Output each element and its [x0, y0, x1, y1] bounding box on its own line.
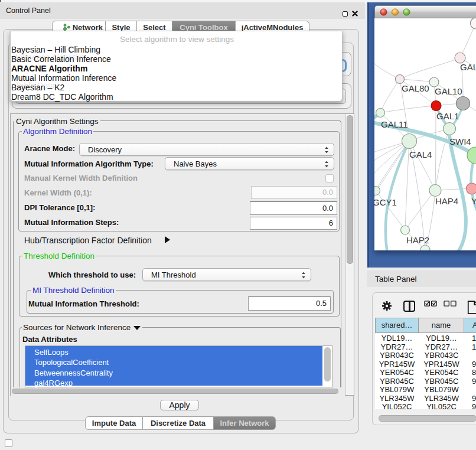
svg-text:GAL4: GAL4: [409, 149, 432, 159]
svg-text:GAL2: GAL2: [460, 62, 476, 72]
svg-text:GAL1: GAL1: [436, 111, 459, 121]
svg-text:SWI4: SWI4: [449, 136, 471, 146]
svg-text:GAL10: GAL10: [435, 86, 462, 96]
svg-text:GCY1: GCY1: [374, 197, 397, 207]
svg-text:Y: Y: [471, 196, 476, 206]
svg-text:GAL11: GAL11: [381, 119, 408, 129]
svg-text:HAP2: HAP2: [406, 235, 429, 245]
svg-text:GAL80: GAL80: [402, 83, 429, 93]
svg-text:HAP4: HAP4: [435, 196, 458, 206]
